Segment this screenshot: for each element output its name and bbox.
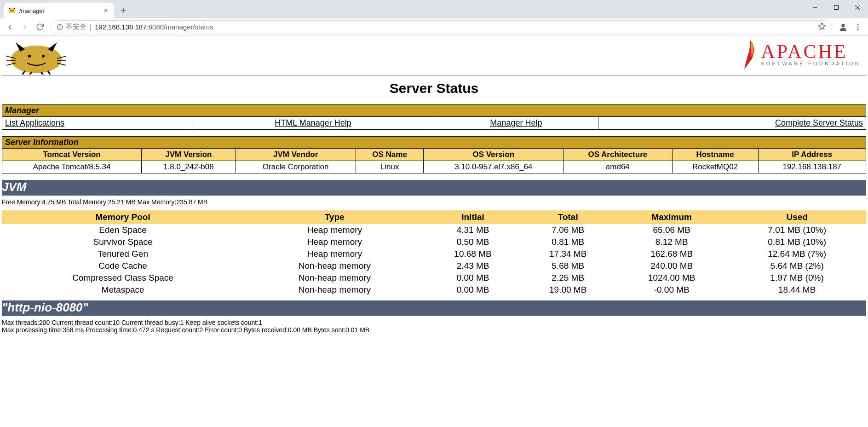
reload-button[interactable]: [33, 21, 46, 34]
insecure-label: 不安全: [66, 23, 86, 31]
td-hostname: RocketMQ02: [672, 161, 758, 173]
table-cell: 18.44 MB: [728, 284, 866, 296]
table-row: Code CacheNon-heap memory2.43 MB5.68 MB2…: [2, 260, 866, 272]
apache-title: APACHE: [761, 42, 861, 61]
jvm-section-title: JVM: [2, 180, 866, 196]
page-header: APACHE SOFTWARE FOUNDATION: [2, 38, 866, 76]
close-window-button[interactable]: [847, 0, 868, 15]
manager-section-header: Manager: [2, 105, 866, 117]
table-cell: 2.43 MB: [425, 260, 521, 272]
table-cell: 1024.00 MB: [615, 272, 728, 284]
svg-point-17: [42, 55, 45, 58]
profile-button[interactable]: [837, 21, 850, 34]
bookmark-star-icon[interactable]: [818, 22, 826, 32]
address-bar[interactable]: 不安全 | 192.168.138.187:8080/manager/statu…: [51, 20, 832, 34]
table-cell: Survivor Space: [2, 236, 244, 248]
table-cell: Compressed Class Space: [2, 272, 244, 284]
table-cell: 12.64 MB (7%): [728, 248, 866, 260]
table-cell: Tenured Gen: [2, 248, 244, 260]
minimize-button[interactable]: [805, 0, 826, 15]
svg-point-16: [28, 55, 31, 58]
table-cell: 5.64 MB (2%): [728, 260, 866, 272]
browser-tab[interactable]: /manager ×: [4, 3, 114, 18]
back-button[interactable]: [4, 21, 17, 34]
html-manager-help-link[interactable]: HTML Manager Help: [275, 118, 351, 127]
complete-server-status-link[interactable]: Complete Server Status: [775, 118, 863, 127]
browser-window: /manager × + 不安全 | 192.168: [0, 0, 868, 347]
table-cell: 4.31 MB: [425, 224, 521, 236]
tomcat-favicon-icon: [8, 7, 16, 14]
th-max: Maximum: [615, 210, 728, 224]
table-cell: 0.81 MB: [520, 236, 615, 248]
table-cell: Non-heap memory: [244, 272, 425, 284]
new-tab-button[interactable]: +: [117, 4, 130, 17]
svg-point-9: [60, 25, 60, 26]
svg-point-15: [11, 46, 62, 73]
table-cell: 1.97 MB (0%): [728, 272, 866, 284]
td-tomcat-version: Apache Tomcat/8.5.34: [2, 161, 142, 173]
connector-threads-line: Max threads:200 Current thread count:10 …: [2, 319, 866, 326]
close-icon[interactable]: ×: [102, 7, 109, 14]
table-cell: 7.06 MB: [520, 224, 615, 236]
server-info-section: Server Information Tomcat Version JVM Ve…: [2, 136, 866, 173]
site-info-button[interactable]: 不安全 |: [57, 23, 91, 31]
table-cell: 0.50 MB: [425, 236, 521, 248]
jvm-summary-line: Free Memory:4.75 MB Total Memory:25.21 M…: [2, 198, 866, 206]
svg-point-11: [841, 23, 845, 27]
page-content: APACHE SOFTWARE FOUNDATION Server Status…: [0, 36, 868, 347]
th-hostname: Hostname: [672, 149, 758, 161]
manager-help-link[interactable]: Manager Help: [490, 118, 542, 127]
th-jvm-vendor: JVM Vendor: [236, 149, 356, 161]
table-row: Survivor SpaceHeap memory0.50 MB0.81 MB8…: [2, 236, 866, 248]
table-cell: Code Cache: [2, 260, 244, 272]
th-os-arch: OS Architecture: [563, 149, 672, 161]
table-cell: Metaspace: [2, 284, 244, 296]
memory-pool-table: Memory Pool Type Initial Total Maximum U…: [2, 210, 866, 296]
table-cell: Heap memory: [244, 224, 425, 236]
th-initial: Initial: [425, 210, 521, 224]
table-cell: 19.00 MB: [520, 284, 615, 296]
th-jvm-version: JVM Version: [142, 149, 236, 161]
svg-point-12: [857, 24, 859, 25]
td-ip: 192.168.138.187: [758, 161, 866, 173]
info-icon: [57, 24, 63, 30]
tab-title: /manager: [19, 7, 98, 14]
svg-point-2: [12, 10, 13, 11]
manager-section: Manager List Applications HTML Manager H…: [2, 104, 866, 130]
apache-logo: APACHE SOFTWARE FOUNDATION: [741, 38, 866, 70]
server-info-section-header: Server Information: [2, 137, 866, 149]
table-cell: 0.00 MB: [425, 272, 521, 284]
table-cell: Heap memory: [244, 248, 425, 260]
connector-section-title: "http-nio-8080": [2, 300, 866, 316]
table-cell: 17.34 MB: [520, 248, 615, 260]
table-cell: Eden Space: [2, 224, 244, 236]
table-cell: 240.00 MB: [615, 260, 728, 272]
svg-point-14: [857, 29, 859, 30]
th-total: Total: [520, 210, 615, 224]
window-controls: [805, 0, 868, 18]
table-cell: 5.68 MB: [520, 260, 615, 272]
url-text: 192.168.138.187:8080/manager/status: [95, 23, 213, 31]
th-os-version: OS Version: [424, 149, 563, 161]
table-cell: -0.00 MB: [615, 284, 728, 296]
svg-point-1: [11, 10, 11, 11]
table-row: Eden SpaceHeap memory4.31 MB7.06 MB65.06…: [2, 224, 866, 236]
table-cell: 0.00 MB: [425, 284, 521, 296]
forward-button[interactable]: [18, 21, 31, 34]
table-cell: 7.01 MB (10%): [728, 224, 866, 236]
maximize-button[interactable]: [826, 0, 847, 15]
table-cell: 2.25 MB: [520, 272, 615, 284]
th-tomcat-version: Tomcat Version: [2, 149, 142, 161]
th-used: Used: [728, 210, 866, 224]
table-row: Tenured GenHeap memory10.68 MB17.34 MB16…: [2, 248, 866, 260]
table-row: MetaspaceNon-heap memory0.00 MB19.00 MB-…: [2, 284, 866, 296]
list-applications-link[interactable]: List Applications: [5, 118, 64, 127]
page-title: Server Status: [2, 81, 866, 96]
table-cell: Non-heap memory: [244, 260, 425, 272]
kebab-menu-icon[interactable]: [851, 21, 864, 34]
table-cell: 162.68 MB: [615, 248, 728, 260]
td-os-name: Linux: [356, 161, 424, 173]
table-cell: 8.12 MB: [615, 236, 728, 248]
toolbar: 不安全 | 192.168.138.187:8080/manager/statu…: [0, 18, 868, 36]
th-ip: IP Address: [758, 149, 866, 161]
